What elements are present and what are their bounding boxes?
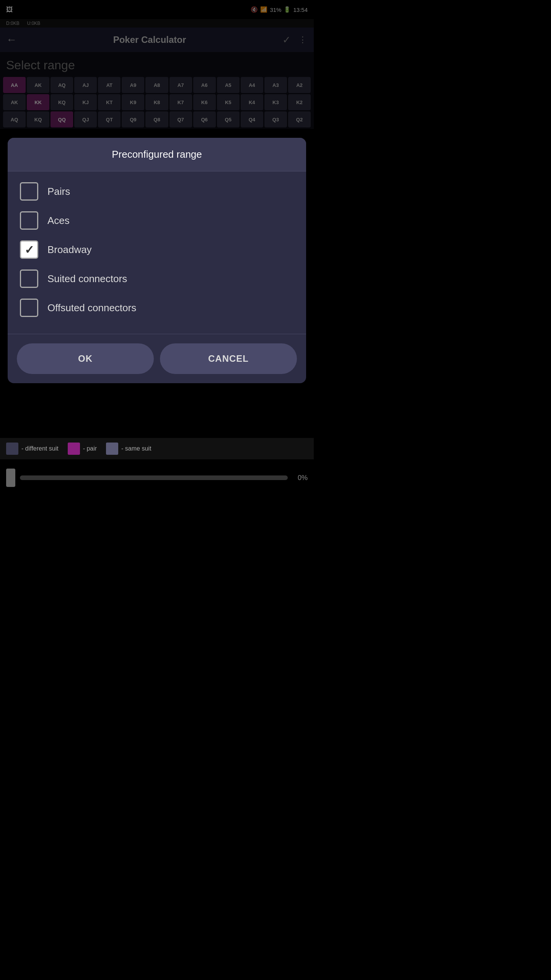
- pairs-label: Pairs: [47, 186, 70, 198]
- progress-label: 0%: [292, 474, 308, 482]
- suited-connectors-checkbox[interactable]: [20, 270, 38, 288]
- suited-connectors-label: Suited connectors: [47, 273, 127, 285]
- bottom-legend: - different suit - pair - same suit: [0, 438, 314, 459]
- legend-same-suit: - same suit: [106, 443, 151, 455]
- same-suit-label: - same suit: [121, 445, 151, 452]
- ok-button[interactable]: OK: [17, 343, 154, 374]
- suited-connectors-option[interactable]: Suited connectors: [20, 270, 294, 288]
- dialog-buttons: OK CANCEL: [8, 334, 306, 383]
- broadway-option[interactable]: Broadway: [20, 240, 294, 259]
- progress-container: 0%: [0, 466, 314, 490]
- progress-handle[interactable]: [6, 469, 15, 487]
- dialog-header: Preconfigured range: [8, 138, 306, 172]
- progress-bar-track[interactable]: [20, 475, 288, 480]
- offsuted-connectors-checkbox[interactable]: [20, 299, 38, 317]
- pair-swatch: [68, 443, 80, 455]
- different-suit-label: - different suit: [21, 445, 59, 452]
- dialog-title: Preconfigured range: [112, 149, 202, 160]
- different-suit-swatch: [6, 443, 18, 455]
- dialog-body: Pairs Aces Broadway Suited connectors Of…: [8, 172, 306, 328]
- aces-checkbox[interactable]: [20, 211, 38, 230]
- preconfigured-range-dialog: Preconfigured range Pairs Aces Broadway: [8, 138, 306, 383]
- pairs-option[interactable]: Pairs: [20, 182, 294, 201]
- aces-label: Aces: [47, 215, 70, 227]
- same-suit-swatch: [106, 443, 118, 455]
- offsuted-connectors-label: Offsuted connectors: [47, 302, 136, 314]
- legend-pair: - pair: [68, 443, 97, 455]
- broadway-checkbox[interactable]: [20, 240, 38, 259]
- aces-option[interactable]: Aces: [20, 211, 294, 230]
- broadway-label: Broadway: [47, 244, 92, 256]
- pairs-checkbox[interactable]: [20, 182, 38, 201]
- pair-label: - pair: [83, 445, 97, 452]
- offsuted-connectors-option[interactable]: Offsuted connectors: [20, 299, 294, 317]
- cancel-button[interactable]: CANCEL: [160, 343, 297, 374]
- legend-different-suit: - different suit: [6, 443, 59, 455]
